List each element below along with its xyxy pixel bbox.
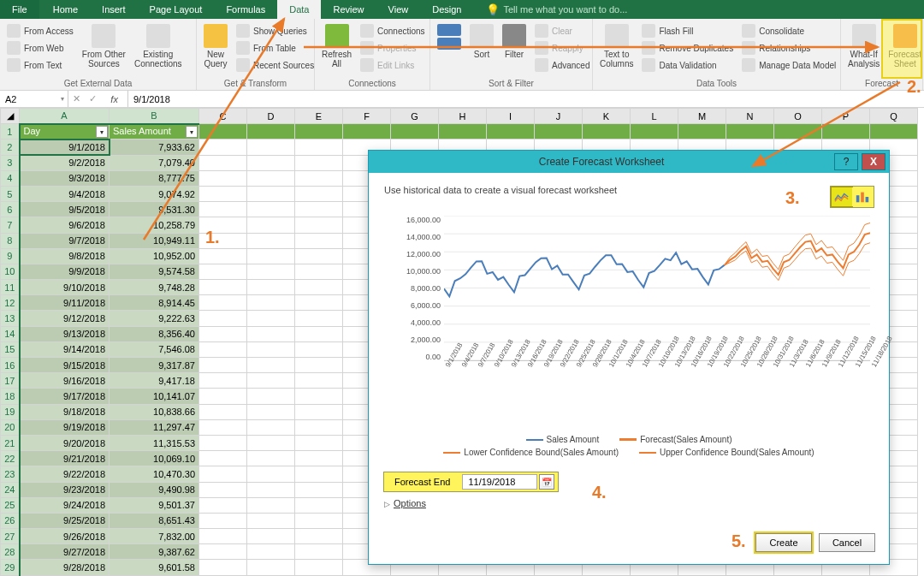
data-validation-button[interactable]: Data Validation (638, 56, 737, 74)
existing-connections-button[interactable]: Existing Connections (131, 22, 186, 70)
cell[interactable] (199, 124, 247, 140)
advanced-button[interactable]: Advanced (531, 56, 593, 74)
cell[interactable] (247, 186, 295, 201)
cell[interactable] (247, 295, 295, 311)
cell[interactable] (295, 295, 343, 311)
cell[interactable] (247, 155, 295, 170)
cell[interactable] (247, 311, 295, 326)
options-expander[interactable]: ▷Options (384, 498, 874, 508)
cell-date[interactable]: 9/5/2018 (20, 202, 110, 217)
col-header-O[interactable]: O (774, 109, 822, 124)
cell[interactable] (295, 466, 343, 482)
row-header-13[interactable]: 13 (1, 311, 20, 326)
cell-value[interactable]: 8,356.40 (110, 326, 199, 341)
row-header-7[interactable]: 7 (1, 217, 20, 233)
cell-value[interactable]: 7,546.08 (110, 341, 199, 357)
cell-value[interactable]: 9,501.37 (110, 497, 199, 513)
row-header-29[interactable]: 29 (1, 560, 20, 576)
filter-dropdown-icon[interactable]: ▾ (186, 126, 198, 138)
cell[interactable] (199, 451, 247, 466)
row-header-16[interactable]: 16 (1, 358, 20, 373)
cell-value[interactable]: 10,949.11 (110, 233, 199, 248)
cell-date[interactable]: 9/23/2018 (20, 482, 110, 497)
cell-date[interactable]: 9/24/2018 (20, 497, 110, 513)
cell-value[interactable]: 9,417.18 (110, 373, 199, 389)
col-header-F[interactable]: F (343, 109, 391, 124)
from-access-button[interactable]: From Access (3, 22, 77, 39)
cell[interactable] (247, 560, 295, 576)
cell-value[interactable]: 9,317.87 (110, 358, 199, 373)
cell[interactable] (247, 513, 295, 528)
cell[interactable] (199, 560, 247, 576)
filter-dropdown-icon[interactable]: ▾ (96, 126, 108, 138)
cell[interactable] (487, 124, 535, 140)
cell[interactable] (199, 311, 247, 326)
cell-value[interactable]: 10,470.30 (110, 466, 199, 482)
cell[interactable] (247, 544, 295, 560)
cell[interactable] (199, 544, 247, 560)
cell[interactable] (295, 358, 343, 373)
row-header-17[interactable]: 17 (1, 373, 20, 389)
col-header-G[interactable]: G (391, 109, 439, 124)
cell[interactable] (199, 170, 247, 186)
cell[interactable] (247, 404, 295, 419)
tab-page-layout[interactable]: Page Layout (138, 0, 215, 19)
cell[interactable] (295, 155, 343, 170)
remove-duplicates-button[interactable]: Remove Duplicates (638, 39, 737, 56)
table-header-day[interactable]: Day▾ (20, 124, 110, 140)
cell-date[interactable]: 9/28/2018 (20, 560, 110, 576)
cell-value[interactable]: 8,651.43 (110, 513, 199, 528)
cell-value[interactable]: 9,574.58 (110, 264, 199, 279)
cell-value[interactable]: 8,914.45 (110, 295, 199, 311)
cell[interactable] (247, 280, 295, 295)
cell[interactable] (199, 529, 247, 544)
cell[interactable] (295, 482, 343, 497)
formula-input[interactable]: 9/1/2018 (128, 94, 924, 104)
cell[interactable] (199, 248, 247, 264)
cell[interactable] (199, 186, 247, 201)
cell-value[interactable]: 10,141.07 (110, 389, 199, 404)
cell[interactable] (631, 124, 678, 140)
tell-me-search[interactable]: 💡Tell me what you want to do... (486, 3, 627, 16)
cell[interactable] (199, 358, 247, 373)
flash-fill-button[interactable]: Flash Fill (638, 22, 737, 39)
cell-date[interactable]: 9/12/2018 (20, 311, 110, 326)
cell[interactable] (295, 264, 343, 279)
row-header-25[interactable]: 25 (1, 497, 20, 513)
col-header-P[interactable]: P (822, 109, 870, 124)
row-header-18[interactable]: 18 (1, 389, 20, 404)
create-button[interactable]: Create (755, 533, 812, 552)
cell-date[interactable]: 9/27/2018 (20, 544, 110, 560)
cell-value[interactable]: 7,832.00 (110, 529, 199, 544)
sort-button[interactable]: Sort (466, 22, 497, 61)
cell-date[interactable]: 9/19/2018 (20, 419, 110, 435)
cell[interactable] (247, 217, 295, 233)
cell[interactable] (295, 170, 343, 186)
cell[interactable] (247, 233, 295, 248)
cell-date[interactable]: 9/9/2018 (20, 264, 110, 279)
cancel-icon[interactable]: ✕ (73, 93, 80, 104)
cell[interactable] (247, 358, 295, 373)
cell-date[interactable]: 9/3/2018 (20, 170, 110, 186)
row-header-6[interactable]: 6 (1, 202, 20, 217)
col-header-M[interactable]: M (678, 109, 726, 124)
col-header-K[interactable]: K (583, 109, 631, 124)
cell-date[interactable]: 9/15/2018 (20, 358, 110, 373)
cell[interactable] (295, 326, 343, 341)
cell[interactable] (247, 264, 295, 279)
tab-file[interactable]: File (0, 0, 39, 19)
row-header-14[interactable]: 14 (1, 326, 20, 341)
new-query-button[interactable]: New Query (200, 22, 231, 70)
dialog-close-button[interactable]: X (862, 153, 886, 170)
row-header-5[interactable]: 5 (1, 186, 20, 201)
tab-data[interactable]: Data (277, 0, 321, 19)
dialog-titlebar[interactable]: Create Forecast Worksheet ? X (369, 151, 889, 173)
cell[interactable] (199, 326, 247, 341)
cell-value[interactable]: 11,297.47 (110, 419, 199, 435)
cell[interactable] (678, 124, 726, 140)
col-header-A[interactable]: A (20, 109, 110, 124)
cell[interactable] (247, 482, 295, 497)
cell-date[interactable]: 9/7/2018 (20, 233, 110, 248)
cell[interactable] (247, 373, 295, 389)
row-header-26[interactable]: 26 (1, 513, 20, 528)
